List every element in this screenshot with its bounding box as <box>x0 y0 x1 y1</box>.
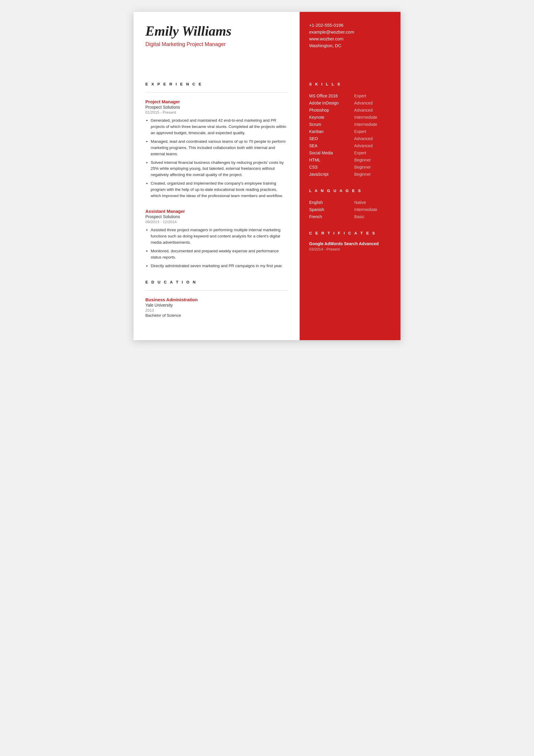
exp-job-title: Assistant Manager <box>145 209 288 214</box>
exp-company: Prospect Solutions <box>145 105 288 110</box>
skill-name: Kanban <box>309 128 354 135</box>
skills-section-title: S K I L L S <box>309 82 391 86</box>
skills-section: S K I L L S MS Office 2016ExpertAdobe In… <box>309 82 391 178</box>
languages-table: EnglishNativeSpanishIntermediateFrenchBa… <box>309 199 391 220</box>
edu-degree-title: Business Administration <box>145 297 288 302</box>
skill-name: HTML <box>309 156 354 164</box>
edu-year: 2013 <box>145 308 288 312</box>
education-section-title: E D U C A T I O N <box>145 280 288 284</box>
skill-name: Photoshop <box>309 107 354 114</box>
skill-level: Advanced <box>354 135 391 142</box>
certificates-section-title: C E R T I F I C A T E S <box>309 231 391 235</box>
skill-row: SEOAdvanced <box>309 135 391 142</box>
certificate-item: Google AdWords Search Advanced03/2014 - … <box>309 241 391 252</box>
language-level: Native <box>354 199 391 206</box>
experience-item: Project ManagerProspect Solutions01/2015… <box>145 99 288 199</box>
body-left: E X P E R I E N C E Project ManagerProsp… <box>134 71 300 340</box>
skill-level: Expert <box>354 149 391 156</box>
education-divider <box>145 290 288 291</box>
skill-level: Beginner <box>354 171 391 178</box>
skill-name: Keynote <box>309 114 354 121</box>
skill-name: Scrum <box>309 121 354 128</box>
languages-tbody: EnglishNativeSpanishIntermediateFrenchBa… <box>309 199 391 220</box>
skill-row: Adobe InDesignAdvanced <box>309 99 391 107</box>
body-section: E X P E R I E N C E Project ManagerProsp… <box>134 71 400 340</box>
language-name: English <box>309 199 354 206</box>
skill-row: MS Office 2016Expert <box>309 92 391 99</box>
exp-dates: 01/2015 - Present <box>145 110 288 115</box>
skill-row: KanbanExpert <box>309 128 391 135</box>
contact-email: example@wozber.com <box>309 29 391 35</box>
candidate-name: Emily Williams <box>145 24 288 39</box>
experience-section-title: E X P E R I E N C E <box>145 82 288 86</box>
certificate-dates: 03/2014 - Present <box>309 247 391 252</box>
skill-name: SEO <box>309 135 354 142</box>
languages-section: L A N G U A G E S EnglishNativeSpanishIn… <box>309 188 391 220</box>
exp-company: Prospect Solutions <box>145 214 288 219</box>
language-row: FrenchBasic <box>309 213 391 220</box>
experience-container: Project ManagerProspect Solutions01/2015… <box>145 99 288 269</box>
exp-bullet-item: Managed, lead and coordinated various te… <box>151 139 288 157</box>
skill-name: SEA <box>309 142 354 149</box>
resume: Emily Williams Digital Marketing Project… <box>134 12 400 340</box>
skill-row: ScrumIntermediate <box>309 121 391 128</box>
skill-level: Advanced <box>354 99 391 107</box>
skill-name: JavaScript <box>309 171 354 178</box>
skill-name: Adobe InDesign <box>309 99 354 107</box>
skill-level: Intermediate <box>354 121 391 128</box>
education-section: E D U C A T I O N Business Administratio… <box>145 280 288 318</box>
exp-bullets: Assisted three project managers in perfo… <box>145 227 288 269</box>
skill-name: CSS <box>309 164 354 171</box>
exp-bullet-item: Solved internal financial business chall… <box>151 160 288 178</box>
skill-level: Expert <box>354 128 391 135</box>
skill-row: KeynoteIntermediate <box>309 114 391 121</box>
exp-bullet-item: Directly administrated seven marketing a… <box>151 263 288 269</box>
header-right: +1-202-555-0196 example@wozber.com www.w… <box>300 12 400 71</box>
language-name: French <box>309 213 354 220</box>
header-left: Emily Williams Digital Marketing Project… <box>134 12 300 71</box>
header-section: Emily Williams Digital Marketing Project… <box>134 12 400 71</box>
skills-tbody: MS Office 2016ExpertAdobe InDesignAdvanc… <box>309 92 391 178</box>
language-row: SpanishIntermediate <box>309 206 391 213</box>
certificates-container: Google AdWords Search Advanced03/2014 - … <box>309 241 391 252</box>
candidate-title: Digital Marketing Project Manager <box>145 41 288 47</box>
skill-name: Social Media <box>309 149 354 156</box>
skill-row: Social MediaExpert <box>309 149 391 156</box>
experience-divider <box>145 92 288 93</box>
education-container: Business AdministrationYale University20… <box>145 297 288 318</box>
skill-level: Beginner <box>354 164 391 171</box>
language-level: Intermediate <box>354 206 391 213</box>
exp-bullet-item: Assisted three project managers in perfo… <box>151 227 288 246</box>
exp-job-title: Project Manager <box>145 99 288 104</box>
language-level: Basic <box>354 213 391 220</box>
skill-level: Expert <box>354 92 391 99</box>
exp-bullet-item: Created, organized and implemented the c… <box>151 180 288 199</box>
edu-school: Yale University <box>145 303 288 308</box>
skill-level: Advanced <box>354 107 391 114</box>
language-row: EnglishNative <box>309 199 391 206</box>
exp-bullet-item: Generated, produced and maintained 42 en… <box>151 118 288 136</box>
skill-name: MS Office 2016 <box>309 92 354 99</box>
contact-phone: +1-202-555-0196 <box>309 23 391 28</box>
certificate-name: Google AdWords Search Advanced <box>309 241 391 246</box>
contact-location: Washington, DC <box>309 43 391 48</box>
education-item: Business AdministrationYale University20… <box>145 297 288 318</box>
contact-website: www.wozber.com <box>309 36 391 41</box>
body-right: S K I L L S MS Office 2016ExpertAdobe In… <box>300 71 400 340</box>
certificates-section: C E R T I F I C A T E S Google AdWords S… <box>309 231 391 252</box>
skill-row: JavaScriptBeginner <box>309 171 391 178</box>
skill-row: HTMLBeginner <box>309 156 391 164</box>
skill-row: SEAAdvanced <box>309 142 391 149</box>
skill-level: Advanced <box>354 142 391 149</box>
languages-section-title: L A N G U A G E S <box>309 188 391 193</box>
exp-dates: 09/2013 - 12/2014 <box>145 220 288 224</box>
skill-level: Intermediate <box>354 114 391 121</box>
skills-table: MS Office 2016ExpertAdobe InDesignAdvanc… <box>309 92 391 178</box>
experience-section: E X P E R I E N C E Project ManagerProsp… <box>145 82 288 269</box>
edu-degree-type: Bachelor of Science <box>145 313 288 318</box>
skill-row: CSSBeginner <box>309 164 391 171</box>
skill-row: PhotoshopAdvanced <box>309 107 391 114</box>
language-name: Spanish <box>309 206 354 213</box>
exp-bullets: Generated, produced and maintained 42 en… <box>145 118 288 199</box>
exp-bullet-item: Monitored, documented and prepared weekl… <box>151 248 288 260</box>
